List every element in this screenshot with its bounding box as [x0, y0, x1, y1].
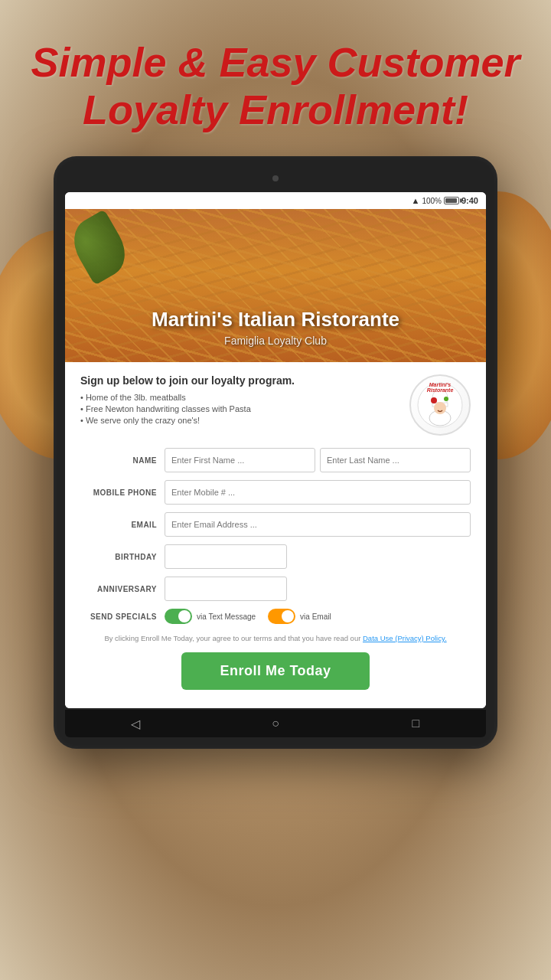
- recent-button[interactable]: □: [406, 714, 425, 733]
- name-inputs: [165, 448, 471, 472]
- bullet-1: Home of the 3lb. meatballs: [80, 393, 402, 402]
- anniversary-label: ANNIVERSARY: [80, 585, 165, 593]
- battery-icon: [444, 197, 459, 204]
- restaurant-subtitle: Famiglia Loyalty Club: [224, 335, 327, 347]
- form-header: Sign up below to join our loyalty progra…: [80, 374, 471, 436]
- wifi-icon: ▲: [412, 196, 420, 205]
- send-specials-label: SEND SPECIALS: [80, 612, 165, 621]
- birthday-row: BIRTHDAY: [80, 544, 471, 569]
- text-toggle-knob: [178, 610, 191, 622]
- email-toggle-label: via Email: [300, 612, 331, 621]
- enroll-button[interactable]: Enroll Me Today: [181, 652, 369, 690]
- home-icon: ○: [272, 717, 279, 730]
- tablet-camera: [272, 175, 279, 181]
- svg-point-4: [434, 402, 446, 414]
- form-header-text: Sign up below to join our loyalty progra…: [80, 374, 402, 427]
- tablet-top-bar: [65, 168, 486, 189]
- bullet-3: We serve only the crazy one's!: [80, 416, 402, 425]
- bullet-list: Home of the 3lb. meatballs Free Newton h…: [80, 393, 402, 425]
- signup-title: Sign up below to join our loyalty progra…: [80, 374, 402, 387]
- first-name-input[interactable]: [165, 448, 315, 472]
- back-icon: ◁: [131, 717, 140, 731]
- recent-icon: □: [412, 717, 419, 730]
- last-name-input[interactable]: [320, 448, 471, 472]
- tablet-navigation: ◁ ○ □: [65, 710, 486, 737]
- email-input[interactable]: [165, 512, 471, 537]
- name-row: NAME: [80, 448, 471, 472]
- birthday-label: BIRTHDAY: [80, 553, 165, 561]
- email-toggle[interactable]: [268, 609, 295, 624]
- terms-static-text: By clicking Enroll Me Today, your agree …: [104, 634, 360, 642]
- battery-percent: 100%: [422, 197, 442, 205]
- status-bar: ▲ 100% 9:40: [65, 192, 486, 209]
- text-toggle-label: via Text Message: [197, 612, 256, 621]
- name-label: NAME: [80, 456, 165, 465]
- toggle-group: via Text Message via Email: [165, 609, 331, 624]
- page-headline: Simple & Easy Customer Loyalty Enrollmen…: [0, 38, 551, 156]
- svg-point-6: [444, 397, 448, 401]
- tablet-device: ▲ 100% 9:40 Martini's Italian Ristorante…: [54, 156, 497, 749]
- email-row: EMAIL: [80, 512, 471, 537]
- anniversary-row: ANNIVERSARY: [80, 577, 471, 601]
- terms-link[interactable]: Data Use (Privacy) Policy.: [363, 634, 447, 642]
- form-section: Sign up below to join our loyalty progra…: [65, 362, 486, 708]
- restaurant-banner: Martini's Italian Ristorante Famiglia Lo…: [65, 209, 486, 362]
- status-icons: ▲ 100% 9:40: [412, 196, 479, 205]
- bullet-2: Free Newton handwriting classes with Pas…: [80, 404, 402, 413]
- tablet-screen: ▲ 100% 9:40 Martini's Italian Ristorante…: [65, 192, 486, 708]
- restaurant-name: Martini's Italian Ristorante: [152, 308, 399, 332]
- mobile-phone-label: MOBILE PHONE: [80, 488, 165, 497]
- send-specials-row: SEND SPECIALS via Text Message via Email: [80, 609, 471, 624]
- anniversary-input[interactable]: [165, 577, 287, 601]
- svg-point-5: [431, 397, 437, 403]
- email-label: EMAIL: [80, 521, 165, 529]
- mobile-phone-row: MOBILE PHONE: [80, 480, 471, 505]
- back-button[interactable]: ◁: [126, 714, 145, 733]
- restaurant-logo: Martini'sRistorante: [409, 374, 471, 436]
- logo-text: Martini'sRistorante: [413, 382, 467, 393]
- terms-text: By clicking Enroll Me Today, your agree …: [80, 633, 471, 643]
- text-message-toggle[interactable]: [165, 609, 192, 624]
- status-time: 9:40: [461, 196, 478, 205]
- birthday-input[interactable]: [165, 544, 287, 569]
- email-toggle-knob: [282, 610, 294, 622]
- home-button[interactable]: ○: [266, 714, 285, 733]
- mobile-phone-input[interactable]: [165, 480, 471, 505]
